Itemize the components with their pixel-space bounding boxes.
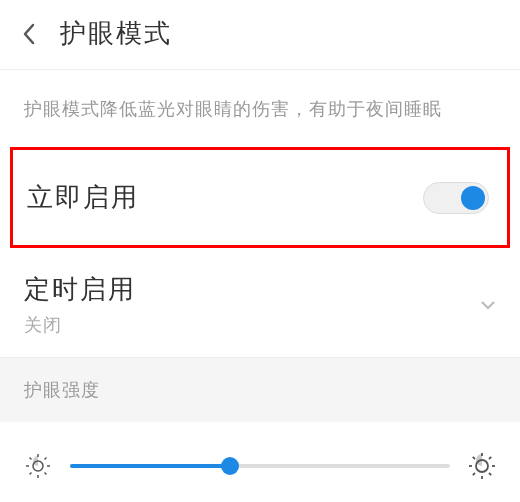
schedule-text-group: 定时启用 关闭 [24, 272, 136, 337]
svg-line-17 [489, 457, 491, 459]
svg-line-6 [45, 473, 47, 475]
enable-now-toggle[interactable] [423, 182, 489, 214]
intensity-slider-row [0, 422, 520, 500]
svg-line-8 [45, 458, 47, 460]
toggle-knob [461, 186, 485, 210]
slider-thumb[interactable] [221, 457, 239, 475]
description-text: 护眼模式降低蓝光对眼睛的伤害，有助于夜间睡眠 [0, 70, 520, 147]
svg-line-15 [489, 473, 491, 475]
svg-line-7 [30, 473, 32, 475]
chevron-down-icon [480, 296, 496, 314]
header: 护眼模式 [0, 0, 520, 70]
page-title: 护眼模式 [60, 16, 172, 51]
intensity-slider[interactable] [70, 464, 450, 468]
back-icon[interactable] [22, 23, 36, 45]
moon-sun-high-icon [468, 452, 496, 480]
intensity-header: 护眼强度 [0, 358, 520, 422]
svg-line-16 [473, 473, 475, 475]
slider-fill [70, 464, 230, 468]
schedule-row[interactable]: 定时启用 关闭 [0, 256, 520, 358]
enable-now-row[interactable]: 立即启用 [10, 147, 510, 248]
enable-now-label: 立即启用 [27, 180, 139, 215]
moon-sun-low-icon [24, 452, 52, 480]
svg-line-14 [473, 457, 475, 459]
schedule-label: 定时启用 [24, 272, 136, 307]
svg-line-5 [30, 458, 32, 460]
schedule-status: 关闭 [24, 313, 136, 337]
